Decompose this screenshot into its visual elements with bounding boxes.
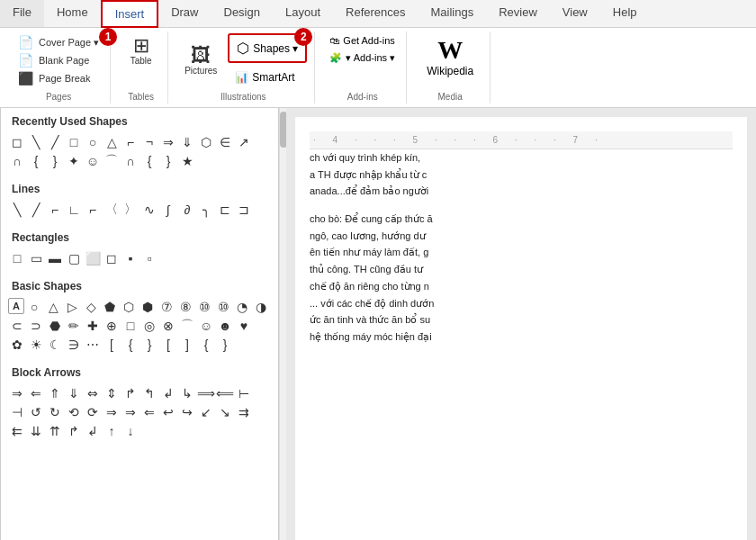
shape-item[interactable]: ↱ xyxy=(65,422,83,440)
shape-item[interactable]: { xyxy=(27,152,45,170)
shape-item[interactable]: ✏ xyxy=(65,317,83,335)
shape-item[interactable]: ∩ xyxy=(122,152,140,170)
shape-item[interactable]: ⇓ xyxy=(65,384,83,402)
shape-item[interactable]: ⬟ xyxy=(101,298,119,316)
shape-item[interactable]: ☾ xyxy=(46,336,64,354)
shape-item[interactable]: ⬣ xyxy=(46,317,64,335)
get-addins-button[interactable]: 🛍 Get Add-ins xyxy=(326,33,399,48)
shape-item[interactable]: ⇔ xyxy=(84,384,102,402)
shape-item[interactable]: ↺ xyxy=(27,403,45,421)
shape-item[interactable]: ╮ xyxy=(197,201,215,219)
shape-item[interactable]: △ xyxy=(44,298,62,316)
shape-item[interactable]: ↲ xyxy=(84,422,102,440)
shape-item[interactable]: ⋯ xyxy=(84,336,102,354)
my-addins-button[interactable]: 🧩 ▾ Add-ins ▾ xyxy=(326,50,399,66)
shape-item[interactable]: ] xyxy=(178,336,196,354)
tab-references[interactable]: References xyxy=(333,0,418,27)
shape-item[interactable]: ∩ xyxy=(8,152,26,170)
shape-item[interactable]: { xyxy=(197,336,215,354)
shape-item[interactable]: ⑦ xyxy=(158,298,176,316)
shape-item[interactable]: ○ xyxy=(25,298,43,316)
shape-item[interactable]: ⊗ xyxy=(159,317,177,335)
shape-item[interactable]: ⟳ xyxy=(84,403,102,421)
shapes-button[interactable]: ⬡ Shapes ▾ 2 xyxy=(228,33,307,63)
shape-item[interactable]: ▢ xyxy=(65,249,83,267)
shape-item[interactable]: ▬ xyxy=(46,249,64,267)
shape-item[interactable]: 〉 xyxy=(122,201,140,219)
shape-item[interactable]: ∟ xyxy=(65,201,83,219)
shape-item[interactable]: ╲ xyxy=(27,133,45,151)
shape-item[interactable]: ↙ xyxy=(197,403,215,421)
shape-item[interactable]: ⬡ xyxy=(120,298,138,316)
shape-item[interactable]: ⟸ xyxy=(216,384,234,402)
shape-item[interactable]: ∋ xyxy=(65,336,83,354)
shape-item[interactable]: [ xyxy=(159,336,177,354)
shape-item[interactable]: ⟲ xyxy=(65,403,83,421)
shape-item[interactable]: ◔ xyxy=(233,298,251,316)
shape-item[interactable]: ↓ xyxy=(122,422,140,440)
shape-item[interactable]: { xyxy=(140,152,158,170)
shape-item[interactable]: ⬜ xyxy=(84,249,102,267)
shape-item[interactable]: ⊐ xyxy=(235,201,253,219)
shape-item[interactable]: ⟹ xyxy=(197,384,215,402)
tab-draw[interactable]: Draw xyxy=(158,0,211,27)
shape-item[interactable]: ⇒ xyxy=(159,133,177,151)
shape-item[interactable]: ↑ xyxy=(103,422,121,440)
shape-item[interactable]: ◻ xyxy=(103,249,121,267)
shape-item[interactable]: } xyxy=(216,336,234,354)
shape-item[interactable]: ↰ xyxy=(140,384,158,402)
shape-item[interactable]: ↲ xyxy=(159,384,177,402)
shape-item[interactable]: ∫ xyxy=(159,201,177,219)
shape-item[interactable]: [ xyxy=(103,336,121,354)
shape-item[interactable]: ♥ xyxy=(235,317,253,335)
tab-mailings[interactable]: Mailings xyxy=(418,0,487,27)
shape-item[interactable]: ⇐ xyxy=(27,384,45,402)
shape-item[interactable]: ⊏ xyxy=(216,201,234,219)
shape-item[interactable]: ⇒ xyxy=(122,403,140,421)
shape-item[interactable]: ☺ xyxy=(197,317,215,335)
shape-item[interactable]: ☀ xyxy=(27,336,45,354)
shape-item[interactable]: ⇇ xyxy=(8,422,26,440)
shape-item[interactable]: ◇ xyxy=(82,298,100,316)
shape-item[interactable]: ⌐ xyxy=(122,133,140,151)
shape-item[interactable]: ↱ xyxy=(122,384,140,402)
scrollbar[interactable] xyxy=(279,108,286,540)
shape-item[interactable]: ▭ xyxy=(27,249,45,267)
shape-item[interactable]: ▷ xyxy=(63,298,81,316)
shape-item[interactable]: ⊣ xyxy=(8,403,26,421)
shape-item[interactable]: ✦ xyxy=(65,152,83,170)
tab-review[interactable]: Review xyxy=(486,0,550,27)
shape-item[interactable]: ⇊ xyxy=(27,422,45,440)
shape-item[interactable]: ⇈ xyxy=(46,422,64,440)
shape-item[interactable]: ⊕ xyxy=(103,317,121,335)
table-button[interactable]: ⊞ Table xyxy=(123,33,159,68)
shape-item[interactable]: ╱ xyxy=(27,201,45,219)
shape-item[interactable]: ⊂ xyxy=(8,317,26,335)
shape-item[interactable]: ☺ xyxy=(84,152,102,170)
shape-item[interactable]: ⌐ xyxy=(84,201,102,219)
shape-item[interactable]: ↘ xyxy=(216,403,234,421)
pictures-button[interactable]: 🖼 Pictures xyxy=(179,43,222,78)
shape-item[interactable]: ⌐ xyxy=(46,201,64,219)
shape-item[interactable]: ◑ xyxy=(252,298,270,316)
wikipedia-button[interactable]: W Wikipedia xyxy=(418,33,482,80)
shape-item[interactable]: ↗ xyxy=(235,133,253,151)
tab-file[interactable]: File xyxy=(0,0,44,27)
shape-item[interactable]: ⑩ xyxy=(195,298,213,316)
shape-item[interactable]: ↻ xyxy=(46,403,64,421)
tab-help[interactable]: Help xyxy=(600,0,650,27)
shape-item[interactable]: ○ xyxy=(84,133,102,151)
shape-item[interactable]: } xyxy=(46,152,64,170)
shape-item[interactable]: ⊢ xyxy=(235,384,253,402)
shape-item[interactable]: ⇐ xyxy=(140,403,158,421)
shape-item[interactable]: { xyxy=(122,336,140,354)
shape-item[interactable]: □ xyxy=(122,317,140,335)
shape-item[interactable]: ⬢ xyxy=(139,298,157,316)
shape-item[interactable]: ◎ xyxy=(140,317,158,335)
shape-item[interactable]: ¬ xyxy=(140,133,158,151)
shape-item[interactable]: ∿ xyxy=(140,201,158,219)
shape-item[interactable]: ✚ xyxy=(84,317,102,335)
shape-item[interactable]: ╱ xyxy=(46,133,64,151)
tab-view[interactable]: View xyxy=(550,0,600,27)
shape-item[interactable]: 〈 xyxy=(103,201,121,219)
